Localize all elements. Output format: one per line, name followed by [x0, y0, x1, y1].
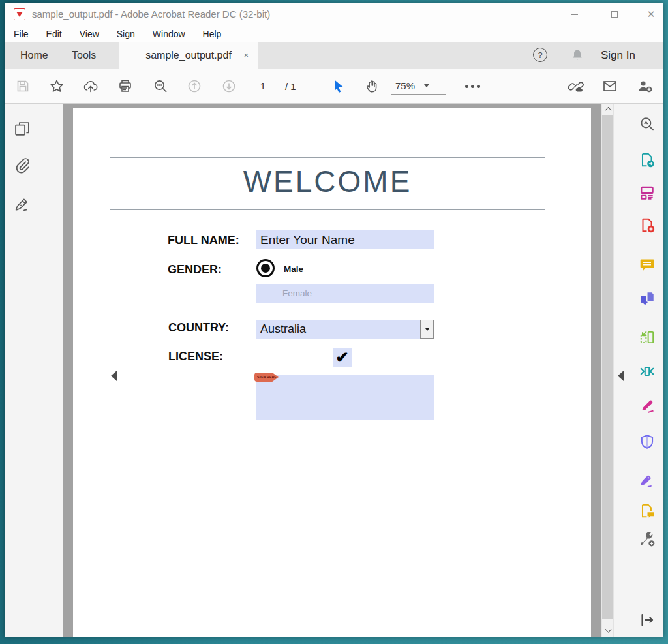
compress-pdf-icon[interactable] — [639, 363, 656, 380]
pdf-heading: WELCOME — [110, 164, 545, 199]
page-thumbnails-icon[interactable] — [13, 120, 31, 138]
dropdown-arrow-button[interactable] — [420, 320, 434, 339]
organize-pages-icon[interactable] — [639, 329, 656, 346]
country-label: COUNTRY: — [168, 321, 229, 335]
close-document-icon[interactable]: × — [243, 42, 249, 69]
tab-document[interactable]: sample_output.pdf × — [119, 42, 258, 69]
print-icon[interactable] — [117, 78, 133, 94]
chevron-down-icon — [424, 84, 429, 87]
menu-edit[interactable]: Edit — [46, 29, 62, 39]
more-tools-icon[interactable] — [639, 530, 656, 547]
chevron-down-icon — [425, 328, 429, 331]
search-tools-icon[interactable] — [639, 115, 656, 132]
heading-rule-bottom — [110, 209, 545, 210]
signature-field[interactable] — [256, 375, 434, 420]
panel-divider — [623, 142, 655, 142]
select-tool-icon[interactable] — [330, 78, 346, 94]
more-tools-icon[interactable] — [465, 85, 468, 88]
toolbar-separator — [314, 78, 314, 95]
collapse-left-panel-arrow[interactable] — [111, 371, 117, 381]
zoom-value: 75% — [395, 80, 415, 91]
notifications-bell-icon[interactable] — [569, 48, 585, 66]
country-dropdown[interactable]: Australia — [256, 320, 434, 339]
title-bar: sample_output.pdf - Adobe Acrobat Reader… — [5, 3, 663, 26]
fill-and-sign-icon[interactable] — [639, 397, 656, 414]
scroll-up-button[interactable] — [602, 104, 614, 115]
chevron-down-icon — [605, 626, 611, 633]
expand-right-panel-arrow[interactable] — [618, 371, 624, 381]
desktop-background: sample_output.pdf - Adobe Acrobat Reader… — [0, 0, 668, 644]
license-label: LICENSE: — [168, 350, 223, 363]
share-cloud-icon[interactable] — [82, 78, 98, 94]
hand-tool-icon[interactable] — [364, 78, 380, 94]
comment-icon[interactable] — [639, 256, 656, 273]
document-view-area[interactable]: WELCOME FULL NAME: Enter Your Name GENDE… — [63, 104, 601, 637]
menu-help[interactable]: Help — [203, 29, 222, 39]
search-zoom-icon[interactable] — [153, 78, 168, 94]
certificates-sign-icon[interactable] — [639, 472, 656, 489]
panel-divider — [623, 600, 655, 600]
chevron-up-icon — [605, 107, 611, 114]
male-radio-label: Male — [284, 264, 303, 274]
scroll-down-button[interactable] — [602, 626, 614, 637]
attachments-icon[interactable] — [13, 156, 31, 174]
document-tab-label: sample_output.pdf — [145, 50, 232, 61]
sign-in-button[interactable]: Sign In — [601, 42, 635, 69]
page-count-label: / 1 — [285, 81, 296, 92]
close-button[interactable]: ✕ — [641, 3, 661, 26]
menu-view[interactable]: View — [80, 29, 99, 39]
signatures-icon[interactable] — [13, 195, 31, 213]
combine-files-icon[interactable] — [639, 290, 656, 307]
main-toolbar: / 1 75% — [5, 69, 663, 104]
country-selected-value: Australia — [256, 320, 420, 339]
email-icon[interactable] — [602, 78, 618, 94]
send-for-comments-icon[interactable] — [639, 502, 656, 519]
save-icon[interactable] — [15, 78, 31, 94]
vertical-scrollbar[interactable] — [601, 104, 613, 637]
previous-page-icon[interactable] — [187, 78, 202, 94]
edit-pdf-icon[interactable] — [639, 184, 656, 201]
minimize-button[interactable] — [564, 3, 584, 26]
next-page-icon[interactable] — [221, 78, 237, 94]
pdf-page: WELCOME FULL NAME: Enter Your Name GENDE… — [73, 108, 591, 637]
main-area: WELCOME FULL NAME: Enter Your Name GENDE… — [5, 104, 663, 637]
maximize-button[interactable] — [605, 3, 624, 26]
license-checkbox[interactable]: ✔ — [333, 348, 352, 367]
left-navigation-panel — [5, 104, 63, 637]
tools-panel — [613, 104, 663, 637]
tab-bar: Home Tools sample_output.pdf × ? Sign In — [5, 42, 663, 69]
add-account-icon[interactable] — [637, 78, 652, 94]
share-link-icon[interactable] — [568, 78, 583, 94]
export-pdf-icon[interactable] — [639, 151, 656, 168]
scrollbar-thumb[interactable] — [602, 115, 614, 619]
full-name-label: FULL NAME: — [168, 234, 239, 247]
acrobat-window: sample_output.pdf - Adobe Acrobat Reader… — [5, 3, 663, 637]
full-name-field[interactable]: Enter Your Name — [256, 230, 434, 249]
menu-file[interactable]: File — [14, 29, 29, 39]
menu-sign[interactable]: Sign — [117, 29, 135, 39]
tab-home[interactable]: Home — [20, 42, 48, 69]
female-field[interactable]: Female — [256, 284, 434, 303]
protect-icon[interactable] — [639, 433, 656, 450]
zoom-level-control[interactable]: 75% — [391, 78, 446, 95]
male-radio-button[interactable] — [256, 259, 275, 277]
tab-tools[interactable]: Tools — [72, 42, 96, 69]
acrobat-app-icon — [14, 8, 25, 20]
gender-label: GENDER: — [168, 263, 222, 277]
heading-rule-top — [110, 157, 545, 158]
page-number-input[interactable] — [251, 79, 275, 93]
window-title: sample_output.pdf - Adobe Acrobat Reader… — [32, 3, 270, 26]
create-pdf-icon[interactable] — [639, 217, 656, 234]
expand-panel-icon[interactable] — [639, 611, 656, 628]
star-favorites-icon[interactable] — [49, 78, 65, 94]
help-icon[interactable]: ? — [533, 48, 547, 62]
menu-window[interactable]: Window — [153, 29, 185, 39]
menu-bar: File Edit View Sign Window Help — [5, 26, 663, 42]
